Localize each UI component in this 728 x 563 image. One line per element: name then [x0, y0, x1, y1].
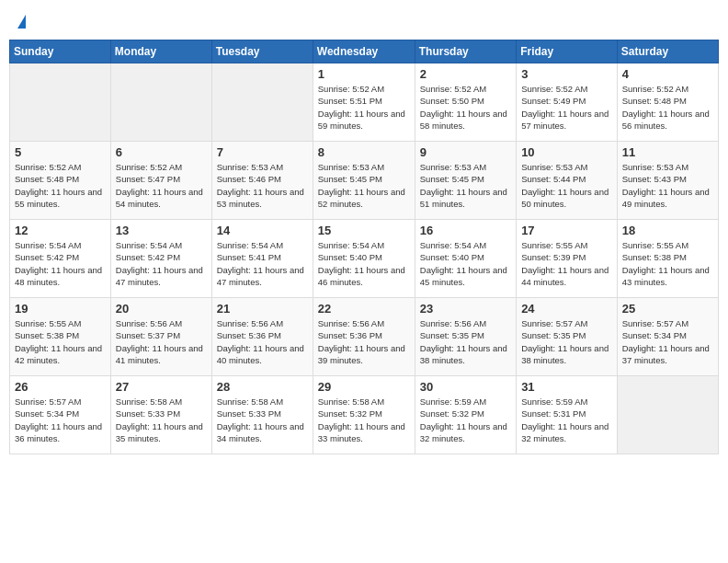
calendar-cell: 2Sunrise: 5:52 AM Sunset: 5:50 PM Daylig…	[415, 63, 516, 142]
day-number: 24	[521, 302, 612, 316]
calendar-cell: 26Sunrise: 5:57 AM Sunset: 5:34 PM Dayli…	[10, 376, 111, 454]
day-info: Sunrise: 5:54 AM Sunset: 5:41 PM Dayligh…	[217, 239, 308, 288]
day-info: Sunrise: 5:53 AM Sunset: 5:44 PM Dayligh…	[521, 161, 612, 210]
weekday-header-tuesday: Tuesday	[211, 40, 313, 63]
weekday-header-monday: Monday	[110, 40, 211, 63]
day-info: Sunrise: 5:57 AM Sunset: 5:34 PM Dayligh…	[15, 396, 106, 444]
day-info: Sunrise: 5:52 AM Sunset: 5:48 PM Dayligh…	[622, 83, 713, 132]
calendar-week-row: 26Sunrise: 5:57 AM Sunset: 5:34 PM Dayli…	[10, 376, 719, 454]
calendar-cell: 5Sunrise: 5:52 AM Sunset: 5:48 PM Daylig…	[10, 142, 111, 220]
calendar-cell: 9Sunrise: 5:53 AM Sunset: 5:45 PM Daylig…	[415, 142, 516, 220]
day-info: Sunrise: 5:53 AM Sunset: 5:45 PM Dayligh…	[420, 161, 511, 210]
weekday-header-wednesday: Wednesday	[313, 40, 415, 63]
calendar-cell: 6Sunrise: 5:52 AM Sunset: 5:47 PM Daylig…	[110, 142, 211, 220]
day-info: Sunrise: 5:54 AM Sunset: 5:40 PM Dayligh…	[420, 239, 511, 288]
weekday-header-friday: Friday	[517, 40, 618, 63]
calendar-cell: 31Sunrise: 5:59 AM Sunset: 5:31 PM Dayli…	[517, 376, 618, 454]
calendar-cell: 10Sunrise: 5:53 AM Sunset: 5:44 PM Dayli…	[517, 142, 618, 220]
day-info: Sunrise: 5:52 AM Sunset: 5:48 PM Dayligh…	[15, 161, 106, 210]
calendar-cell: 23Sunrise: 5:56 AM Sunset: 5:35 PM Dayli…	[415, 298, 516, 376]
calendar-cell: 27Sunrise: 5:58 AM Sunset: 5:33 PM Dayli…	[110, 376, 211, 454]
calendar-cell: 18Sunrise: 5:55 AM Sunset: 5:38 PM Dayli…	[617, 220, 718, 298]
day-number: 19	[15, 302, 106, 316]
calendar-cell: 13Sunrise: 5:54 AM Sunset: 5:42 PM Dayli…	[110, 220, 211, 298]
day-info: Sunrise: 5:58 AM Sunset: 5:32 PM Dayligh…	[318, 396, 410, 444]
day-number: 12	[15, 224, 106, 237]
calendar-cell: 22Sunrise: 5:56 AM Sunset: 5:36 PM Dayli…	[313, 298, 415, 376]
day-info: Sunrise: 5:53 AM Sunset: 5:43 PM Dayligh…	[622, 161, 713, 210]
day-number: 20	[116, 302, 207, 316]
day-info: Sunrise: 5:56 AM Sunset: 5:35 PM Dayligh…	[420, 317, 511, 366]
day-number: 30	[420, 380, 511, 394]
day-info: Sunrise: 5:53 AM Sunset: 5:45 PM Dayligh…	[318, 161, 410, 210]
calendar-cell: 14Sunrise: 5:54 AM Sunset: 5:41 PM Dayli…	[211, 220, 313, 298]
day-number: 14	[217, 224, 308, 237]
calendar-cell: 7Sunrise: 5:53 AM Sunset: 5:46 PM Daylig…	[211, 142, 313, 220]
day-number: 26	[15, 380, 106, 394]
day-info: Sunrise: 5:55 AM Sunset: 5:38 PM Dayligh…	[15, 317, 106, 366]
day-number: 4	[622, 67, 713, 81]
day-number: 8	[318, 145, 410, 159]
day-number: 31	[521, 380, 612, 394]
day-info: Sunrise: 5:52 AM Sunset: 5:50 PM Dayligh…	[420, 83, 511, 132]
logo-triangle-icon	[17, 15, 26, 29]
calendar-cell	[211, 63, 313, 142]
calendar-week-row: 5Sunrise: 5:52 AM Sunset: 5:48 PM Daylig…	[10, 142, 719, 220]
day-number: 9	[420, 145, 511, 159]
logo	[17, 15, 26, 27]
day-info: Sunrise: 5:52 AM Sunset: 5:47 PM Dayligh…	[116, 161, 207, 210]
day-info: Sunrise: 5:56 AM Sunset: 5:36 PM Dayligh…	[318, 317, 410, 366]
calendar-cell: 25Sunrise: 5:57 AM Sunset: 5:34 PM Dayli…	[617, 298, 718, 376]
calendar-week-row: 1Sunrise: 5:52 AM Sunset: 5:51 PM Daylig…	[10, 63, 719, 142]
day-info: Sunrise: 5:57 AM Sunset: 5:34 PM Dayligh…	[622, 317, 713, 366]
page-header	[9, 9, 719, 32]
day-info: Sunrise: 5:58 AM Sunset: 5:33 PM Dayligh…	[217, 396, 308, 444]
day-info: Sunrise: 5:58 AM Sunset: 5:33 PM Dayligh…	[116, 396, 207, 444]
day-info: Sunrise: 5:52 AM Sunset: 5:49 PM Dayligh…	[521, 83, 612, 132]
calendar-cell: 15Sunrise: 5:54 AM Sunset: 5:40 PM Dayli…	[313, 220, 415, 298]
calendar-cell: 11Sunrise: 5:53 AM Sunset: 5:43 PM Dayli…	[617, 142, 718, 220]
day-number: 3	[521, 67, 612, 81]
day-info: Sunrise: 5:54 AM Sunset: 5:42 PM Dayligh…	[15, 239, 106, 288]
day-info: Sunrise: 5:57 AM Sunset: 5:35 PM Dayligh…	[521, 317, 612, 366]
day-number: 25	[622, 302, 713, 316]
calendar-cell: 8Sunrise: 5:53 AM Sunset: 5:45 PM Daylig…	[313, 142, 415, 220]
day-info: Sunrise: 5:55 AM Sunset: 5:39 PM Dayligh…	[521, 239, 612, 288]
weekday-header-saturday: Saturday	[617, 40, 718, 63]
calendar-cell	[110, 63, 211, 142]
calendar-week-row: 12Sunrise: 5:54 AM Sunset: 5:42 PM Dayli…	[10, 220, 719, 298]
calendar-cell: 16Sunrise: 5:54 AM Sunset: 5:40 PM Dayli…	[415, 220, 516, 298]
day-number: 13	[116, 224, 207, 237]
day-number: 2	[420, 67, 511, 81]
calendar-cell	[617, 376, 718, 454]
weekday-header-sunday: Sunday	[10, 40, 111, 63]
day-info: Sunrise: 5:53 AM Sunset: 5:46 PM Dayligh…	[217, 161, 308, 210]
calendar-cell: 3Sunrise: 5:52 AM Sunset: 5:49 PM Daylig…	[517, 63, 618, 142]
calendar-cell: 19Sunrise: 5:55 AM Sunset: 5:38 PM Dayli…	[10, 298, 111, 376]
calendar-cell: 28Sunrise: 5:58 AM Sunset: 5:33 PM Dayli…	[211, 376, 313, 454]
day-number: 5	[15, 145, 106, 159]
day-number: 16	[420, 224, 511, 237]
day-number: 1	[318, 67, 410, 81]
calendar-table: SundayMondayTuesdayWednesdayThursdayFrid…	[9, 40, 719, 454]
day-number: 11	[622, 145, 713, 159]
day-number: 15	[318, 224, 410, 237]
day-info: Sunrise: 5:52 AM Sunset: 5:51 PM Dayligh…	[318, 83, 410, 132]
calendar-cell: 30Sunrise: 5:59 AM Sunset: 5:32 PM Dayli…	[415, 376, 516, 454]
day-info: Sunrise: 5:59 AM Sunset: 5:31 PM Dayligh…	[521, 396, 612, 444]
day-number: 7	[217, 145, 308, 159]
day-info: Sunrise: 5:54 AM Sunset: 5:40 PM Dayligh…	[318, 239, 410, 288]
day-number: 28	[217, 380, 308, 394]
weekday-header-thursday: Thursday	[415, 40, 516, 63]
day-info: Sunrise: 5:55 AM Sunset: 5:38 PM Dayligh…	[622, 239, 713, 288]
calendar-cell: 4Sunrise: 5:52 AM Sunset: 5:48 PM Daylig…	[617, 63, 718, 142]
calendar-cell	[10, 63, 111, 142]
calendar-week-row: 19Sunrise: 5:55 AM Sunset: 5:38 PM Dayli…	[10, 298, 719, 376]
calendar-body: 1Sunrise: 5:52 AM Sunset: 5:51 PM Daylig…	[10, 63, 719, 454]
day-number: 17	[521, 224, 612, 237]
day-info: Sunrise: 5:56 AM Sunset: 5:36 PM Dayligh…	[217, 317, 308, 366]
calendar-cell: 17Sunrise: 5:55 AM Sunset: 5:39 PM Dayli…	[517, 220, 618, 298]
calendar-cell: 21Sunrise: 5:56 AM Sunset: 5:36 PM Dayli…	[211, 298, 313, 376]
calendar-cell: 12Sunrise: 5:54 AM Sunset: 5:42 PM Dayli…	[10, 220, 111, 298]
day-number: 6	[116, 145, 207, 159]
